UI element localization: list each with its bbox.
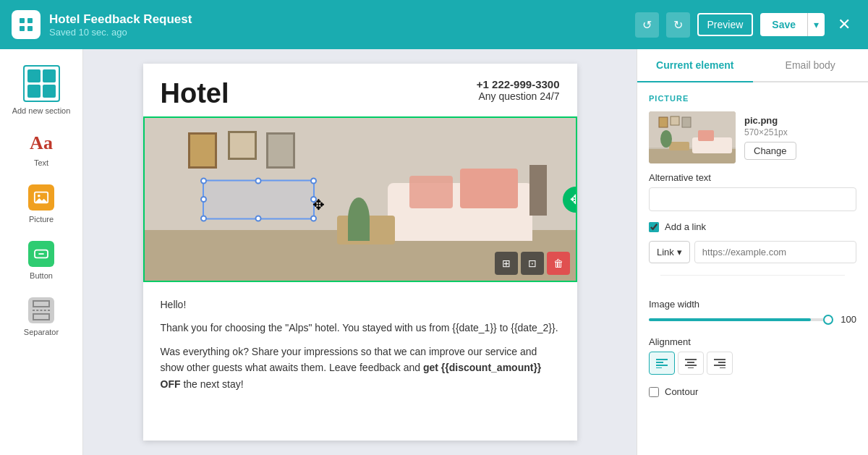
- tab-current-element[interactable]: Current element: [637, 49, 753, 82]
- svg-rect-2: [20, 26, 25, 31]
- handle-br: [310, 215, 317, 221]
- slider-thumb[interactable]: [823, 315, 833, 325]
- topbar: Hotel Feedback Request Saved 10 sec. ago…: [0, 0, 868, 49]
- phone-number: +1 222-999-3300: [477, 78, 560, 90]
- align-left-button[interactable]: [649, 352, 675, 375]
- topbar-title: Hotel Feedback Request Saved 10 sec. ago: [49, 12, 192, 38]
- save-dropdown-button[interactable]: ▾: [807, 13, 825, 36]
- redo-button[interactable]: ↻: [666, 12, 690, 38]
- right-panel: Current element Email body PICTURE: [637, 49, 868, 455]
- document-title: Hotel Feedback Request: [49, 12, 192, 27]
- alt-text-label: Alternative text: [649, 172, 856, 183]
- image-tool-adjust[interactable]: ⊡: [521, 252, 544, 275]
- svg-rect-16: [671, 116, 679, 125]
- body-paragraph-1: Thank you for choosing the "Alps" hotel.…: [161, 320, 560, 336]
- sidebar-item-label: Text: [34, 158, 48, 167]
- picture-section: PICTURE: [637, 82, 868, 287]
- handle-tl: [200, 177, 207, 184]
- email-body-text: Hello! Thank you for choosing the "Alps"…: [143, 282, 577, 414]
- image-toolbar: ⊞ ⊡ 🗑: [495, 252, 570, 275]
- svg-rect-17: [682, 117, 691, 127]
- svg-rect-0: [20, 18, 25, 23]
- picture-preview-row: pic.png 570×251px Change: [649, 111, 856, 163]
- main-layout: Add new section Aa Text Picture Button: [0, 49, 868, 455]
- picture-info: pic.png 570×251px Change: [744, 115, 796, 160]
- alt-text-input[interactable]: [649, 187, 856, 211]
- separator-icon: [28, 297, 54, 323]
- sidebar-item-picture[interactable]: Picture: [7, 177, 76, 231]
- sidebar-item-label: Add new section: [12, 106, 71, 115]
- sofa-cushion-2: [409, 176, 453, 208]
- svg-rect-15: [659, 117, 668, 127]
- image-tool-delete[interactable]: 🗑: [547, 252, 570, 275]
- handle-tc: [255, 177, 262, 184]
- align-center-button[interactable]: [678, 352, 704, 375]
- slider-track: [649, 318, 829, 321]
- image-tool-grid[interactable]: ⊞: [495, 252, 518, 275]
- support-text: Any question 24/7: [477, 90, 560, 102]
- slider-fill: [649, 318, 811, 321]
- sidebar-item-label: Separator: [24, 328, 59, 336]
- handle-bc: [255, 215, 262, 221]
- sidebar-item-add-section[interactable]: Add new section: [7, 58, 76, 122]
- app-logo: [12, 10, 41, 39]
- add-link-checkbox[interactable]: [649, 222, 659, 232]
- handle-bl: [200, 215, 207, 221]
- image-width-label: Image width: [649, 299, 856, 310]
- handle-ml: [200, 196, 207, 203]
- room-lamp: [529, 165, 547, 216]
- chevron-down-icon: ▾: [677, 247, 682, 258]
- svg-point-5: [38, 195, 41, 197]
- link-type-button[interactable]: Link ▾: [649, 241, 690, 263]
- email-canvas: Hotel +1 222-999-3300 Any question 24/7: [143, 64, 577, 441]
- wall-frame-2: [228, 131, 257, 160]
- text-icon: Aa: [30, 132, 53, 154]
- email-header: Hotel +1 222-999-3300 Any question 24/7: [143, 64, 577, 116]
- topbar-right: ↺ ↻ Preview Save ▾ ✕: [635, 12, 857, 38]
- svg-point-14: [660, 130, 672, 148]
- slider-value: 100: [836, 314, 856, 325]
- tab-email-body[interactable]: Email body: [753, 49, 869, 81]
- body-paragraph-2: Was everything ok? Share your impression…: [161, 344, 560, 392]
- thumb-inner: [649, 111, 736, 163]
- contour-label: Contour: [665, 386, 698, 397]
- handle-mr: [310, 196, 317, 203]
- change-image-button[interactable]: Change: [744, 142, 796, 160]
- svg-rect-3: [27, 26, 33, 31]
- canvas-area[interactable]: Hotel +1 222-999-3300 Any question 24/7: [83, 49, 637, 455]
- email-contact: +1 222-999-3300 Any question 24/7: [477, 78, 560, 102]
- contour-row: Contour: [649, 386, 856, 397]
- panel-tabs: Current element Email body: [637, 49, 868, 82]
- drag-element[interactable]: [203, 179, 315, 219]
- preview-button[interactable]: Preview: [697, 13, 754, 36]
- add-section-icon: [23, 65, 60, 102]
- save-group: Save ▾: [760, 13, 825, 36]
- width-alignment-section: Image width 100 Alignment: [637, 287, 868, 409]
- svg-rect-13: [669, 142, 689, 150]
- sidebar: Add new section Aa Text Picture Button: [0, 49, 83, 455]
- sidebar-item-separator[interactable]: Separator: [7, 290, 76, 344]
- image-section[interactable]: ✥ ✥ ⊞ ⊡ 🗑: [143, 116, 577, 282]
- picture-dimensions: 570×251px: [744, 127, 796, 137]
- contour-checkbox[interactable]: [649, 387, 659, 397]
- wall-frame-1: [188, 132, 217, 169]
- close-button[interactable]: ✕: [832, 12, 856, 37]
- link-url-input[interactable]: [694, 241, 856, 263]
- save-button[interactable]: Save: [760, 13, 807, 36]
- picture-filename: pic.png: [744, 115, 796, 126]
- align-right-button[interactable]: [707, 352, 733, 375]
- picture-icon: [28, 184, 54, 211]
- picture-section-label: PICTURE: [649, 94, 856, 103]
- alignment-label: Alignment: [649, 336, 856, 347]
- alignment-row: [649, 352, 856, 375]
- undo-button[interactable]: ↺: [635, 12, 659, 38]
- sidebar-item-text[interactable]: Aa Text: [7, 125, 76, 174]
- topbar-left: Hotel Feedback Request Saved 10 sec. ago: [12, 10, 192, 39]
- picture-thumbnail: [649, 111, 736, 163]
- sidebar-item-button[interactable]: Button: [7, 234, 76, 287]
- svg-rect-1: [27, 18, 33, 23]
- handle-tr: [310, 177, 317, 184]
- wall-frame-3: [266, 132, 295, 169]
- greeting: Hello!: [161, 297, 560, 312]
- hotel-name: Hotel: [161, 78, 229, 109]
